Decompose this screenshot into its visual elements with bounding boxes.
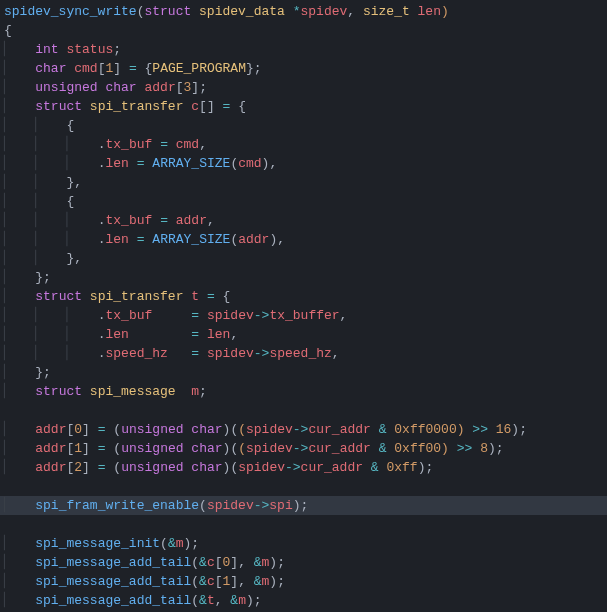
var-spidev: spidev <box>246 441 293 456</box>
code-line: ▏ addr[0] = (unsigned char)((spidev->cur… <box>0 420 607 439</box>
code-line: ▏ struct spi_transfer t = { <box>0 287 607 306</box>
code-line: ▏ }; <box>0 268 607 287</box>
kw-char: char <box>191 422 222 437</box>
op-star: * <box>293 4 301 19</box>
num-8: 8 <box>480 441 488 456</box>
field-tx-buf: tx_buf <box>106 137 153 152</box>
type-spi-transfer: spi_transfer <box>90 289 184 304</box>
code-editor[interactable]: spidev_sync_write(struct spidev_data *sp… <box>0 2 607 610</box>
kw-char: char <box>105 80 136 95</box>
fn-spi-message-add-tail: spi_message_add_tail <box>35 555 191 570</box>
var-addr: addr <box>35 441 66 456</box>
var-addr: addr <box>145 80 176 95</box>
type-size-t: size_t <box>363 4 410 19</box>
code-line: ▏ spi_message_add_tail(&t, &m); <box>0 591 607 610</box>
fn-spi-message-add-tail: spi_message_add_tail <box>35 574 191 589</box>
code-line: ▏ ▏ ▏ .len = ARRAY_SIZE(addr), <box>0 230 607 249</box>
field-len: len <box>106 156 129 171</box>
field-cur-addr: cur_addr <box>308 422 370 437</box>
var-cmd: cmd <box>238 156 261 171</box>
code-line: ▏ addr[1] = (unsigned char)((spidev->cur… <box>0 439 607 458</box>
kw-char: char <box>191 460 222 475</box>
field-cur-addr: cur_addr <box>301 460 363 475</box>
fn-name: spidev_sync_write <box>4 4 137 19</box>
num-ff00: 0xff00 <box>394 441 441 456</box>
field-speed-hz: speed_hz <box>106 346 168 361</box>
var-len: len <box>207 327 230 342</box>
code-line: ▏ unsigned char addr[3]; <box>0 78 607 97</box>
field-speed-hz: speed_hz <box>269 346 331 361</box>
code-line: ▏ spi_message_add_tail(&c[1], &m); <box>0 572 607 591</box>
var-addr: addr <box>35 422 66 437</box>
var-addr: addr <box>238 232 269 247</box>
type-spi-message: spi_message <box>90 384 176 399</box>
type-spi-transfer: spi_transfer <box>90 99 184 114</box>
var-spidev: spidev <box>207 346 254 361</box>
code-line <box>0 515 607 534</box>
var-cmd: cmd <box>74 61 97 76</box>
kw-unsigned: unsigned <box>121 460 183 475</box>
code-line: ▏ ▏ ▏ .tx_buf = spidev->tx_buffer, <box>0 306 607 325</box>
code-line: { <box>0 21 607 40</box>
kw-struct: struct <box>35 384 82 399</box>
var-t: t <box>191 289 199 304</box>
field-spi: spi <box>269 498 292 513</box>
var-m: m <box>238 593 246 608</box>
var-addr: addr <box>35 460 66 475</box>
code-line: ▏ ▏ }, <box>0 249 607 268</box>
code-line: ▏ ▏ ▏ .len = len, <box>0 325 607 344</box>
fn-array-size: ARRAY_SIZE <box>152 232 230 247</box>
code-line: ▏ spi_message_add_tail(&c[0], &m); <box>0 553 607 572</box>
kw-unsigned: unsigned <box>121 441 183 456</box>
field-tx-buf: tx_buf <box>106 213 153 228</box>
code-line: ▏ struct spi_message m; <box>0 382 607 401</box>
kw-char: char <box>35 61 66 76</box>
code-line: ▏ int status; <box>0 40 607 59</box>
code-line: ▏ ▏ ▏ .tx_buf = cmd, <box>0 135 607 154</box>
code-line: ▏ struct spi_transfer c[] = { <box>0 97 607 116</box>
code-line: ▏ addr[2] = (unsigned char)(spidev->cur_… <box>0 458 607 477</box>
kw-struct: struct <box>35 289 82 304</box>
var-m: m <box>176 536 184 551</box>
code-line: ▏ }; <box>0 363 607 382</box>
num-1: 1 <box>74 441 82 456</box>
code-line: ▏ ▏ { <box>0 116 607 135</box>
fn-spi-message-add-tail: spi_message_add_tail <box>35 593 191 608</box>
const-page-program: PAGE_PROGRAM <box>152 61 246 76</box>
code-line <box>0 401 607 420</box>
var-spidev: spidev <box>207 498 254 513</box>
field-tx-buffer: tx_buffer <box>269 308 339 323</box>
field-tx-buf: tx_buf <box>106 308 153 323</box>
code-line: ▏ ▏ ▏ .tx_buf = addr, <box>0 211 607 230</box>
num-ff: 0xff <box>386 460 417 475</box>
num-16: 16 <box>496 422 512 437</box>
var-spidev: spidev <box>246 422 293 437</box>
var-spidev: spidev <box>207 308 254 323</box>
kw-char: char <box>191 441 222 456</box>
code-line: ▏ ▏ ▏ .speed_hz = spidev->speed_hz, <box>0 344 607 363</box>
code-line: ▏ ▏ { <box>0 192 607 211</box>
var-c: c <box>207 555 215 570</box>
param-len: len <box>418 4 441 19</box>
var-addr: addr <box>176 213 207 228</box>
kw-struct: struct <box>144 4 191 19</box>
field-cur-addr: cur_addr <box>308 441 370 456</box>
param-spidev: spidev <box>301 4 348 19</box>
fn-array-size: ARRAY_SIZE <box>152 156 230 171</box>
num-2: 2 <box>74 460 82 475</box>
code-line: ▏ ▏ ▏ .len = ARRAY_SIZE(cmd), <box>0 154 607 173</box>
fn-spi-message-init: spi_message_init <box>35 536 160 551</box>
kw-struct: struct <box>35 99 82 114</box>
var-spidev: spidev <box>238 460 285 475</box>
code-line: ▏ spi_message_init(&m); <box>0 534 607 553</box>
kw-int: int <box>35 42 58 57</box>
var-status: status <box>66 42 113 57</box>
var-t: t <box>207 593 215 608</box>
var-c: c <box>191 99 199 114</box>
var-cmd: cmd <box>176 137 199 152</box>
code-line: ▏ char cmd[1] = {PAGE_PROGRAM}; <box>0 59 607 78</box>
var-c: c <box>207 574 215 589</box>
var-m: m <box>191 384 199 399</box>
num-ff0000: 0xff0000 <box>394 422 456 437</box>
code-line-highlighted: ▏ spi_fram_write_enable(spidev->spi); <box>0 496 607 515</box>
